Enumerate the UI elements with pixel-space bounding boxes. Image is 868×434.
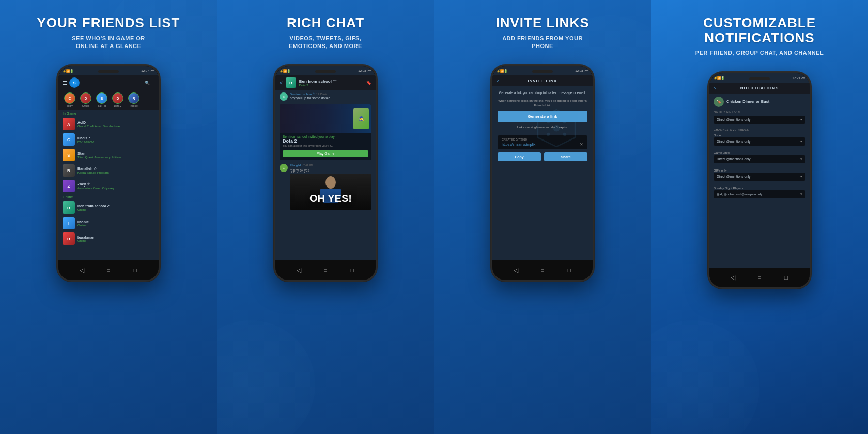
channel-option: Direct @mentions only: [717, 175, 750, 178]
chat-contact-avatar: B: [286, 78, 296, 88]
giphy-msg-content: Ella gildb 7:44 PM /giphy ok yes: [290, 164, 371, 210]
play-game-button[interactable]: Play Game: [283, 150, 368, 157]
avatar-name: colby: [67, 104, 73, 107]
add-friend-icon[interactable]: +: [152, 81, 154, 85]
phone-3-screen: ⚡📶🔋 12:33 PM < INVITE LINK: [492, 66, 593, 280]
avatar-item: B Ball Pit: [95, 92, 109, 107]
friend-name: Iisanle: [78, 220, 154, 224]
message-row: B Ben from school™ 11:45 AM hey you up f…: [280, 92, 371, 101]
invite-description: Generate a link you can drop into a text…: [498, 90, 587, 96]
nav-back[interactable]: ◁: [729, 273, 738, 282]
nav-back[interactable]: ◁: [512, 266, 521, 275]
channel-game-links: Game Links Direct @mentions only ▾: [714, 151, 805, 165]
nav-recent[interactable]: □: [347, 266, 357, 275]
notif-body: 🍗 Chicken Dinner or Bust NOTIFY ME FOR: …: [709, 94, 810, 287]
friend-item[interactable]: Z Zoey ☆ Assassin's Creed Odyssey: [58, 178, 159, 194]
bookmark-icon[interactable]: 🔖: [366, 81, 371, 85]
nav-recent[interactable]: □: [130, 266, 140, 275]
friend-item[interactable]: C Chels™ MORDHAU: [58, 132, 159, 147]
friend-item[interactable]: B barakmar Online: [58, 231, 159, 246]
phone-3: ⚡📶🔋 12:33 PM < INVITE LINK: [491, 65, 594, 282]
invite-link-title: INVITE LINK: [528, 79, 557, 83]
friend-status: Online: [78, 224, 154, 227]
search-icon[interactable]: 🔍: [145, 81, 150, 85]
friend-item[interactable]: B Ben from school ✓ Online: [58, 200, 159, 215]
friend-game: Titan Quest Anniversary Edition: [78, 156, 154, 159]
avatar-circle: B: [96, 92, 107, 104]
friend-info: Zoey ☆ Assassin's Creed Odyssey: [78, 182, 154, 190]
nav-home[interactable]: ○: [538, 266, 547, 275]
gif-caption: OH YES!: [309, 193, 352, 205]
friend-info: Iisanle Online: [78, 220, 154, 227]
notify-dropdown[interactable]: Direct @mentions only ▾: [714, 116, 805, 124]
friends-list: A AcID Grand Theft Auto: San Andreas C C…: [58, 116, 159, 280]
invite-header: < INVITE LINK: [492, 75, 593, 86]
invite-sender-text: Ben from school invited you to play: [283, 135, 368, 138]
panel-rich-chat: RICH CHAT VIDEOS, TWEETS, GIFS,EMOTICONS…: [217, 0, 434, 434]
channel-name: Game Links: [714, 151, 805, 154]
channel-dropdown[interactable]: @all, @online, and @everyone only ▾: [714, 190, 805, 198]
friend-item[interactable]: B Banalleh ☆ Kerbal Space Program: [58, 163, 159, 178]
notify-option-text: Direct @mentions only: [717, 118, 750, 121]
copy-button[interactable]: Copy: [498, 152, 541, 161]
channel-name: Sunday Night Players: [714, 187, 805, 190]
panel-2-title: RICH CHAT: [287, 16, 364, 30]
msg-avatar: B: [280, 92, 288, 101]
giphy-sender-name: Ella gildb 7:44 PM: [290, 164, 371, 167]
phone-3-bottom-bar: ◁ ○ □: [492, 260, 593, 280]
friend-avatar: A: [63, 118, 75, 130]
friend-game: MORDHAU: [78, 140, 154, 143]
link-value: https://s.team/simplik: [502, 143, 535, 146]
nav-home[interactable]: ○: [755, 273, 764, 282]
chevron-down-icon: ▾: [800, 157, 802, 161]
panel-invite-links: INVITE LINKS ADD FRIENDS FROM YOURPHONE …: [434, 0, 651, 434]
status-bar-4: ⚡📶🔋 12:33 PM: [709, 73, 810, 83]
channel-option: Direct @mentions only: [717, 157, 750, 161]
msg-sender: Ben from school™ 11:45 AM: [290, 92, 371, 96]
friend-item[interactable]: S Stan Titan Quest Anniversary Edition: [58, 147, 159, 163]
channel-dropdown[interactable]: Direct @mentions only ▾: [714, 137, 805, 146]
in-game-label: In Game: [58, 110, 159, 116]
game-invite-title: Dota 2: [283, 138, 368, 144]
svg-point-0: [326, 176, 336, 189]
avatar-item: R Rookie: [127, 92, 141, 107]
nav-home[interactable]: ○: [104, 266, 113, 275]
friend-status: Online: [78, 208, 154, 211]
friend-avatar: Z: [63, 180, 75, 192]
channel-dropdown[interactable]: Direct @mentions only ▾: [714, 173, 805, 181]
nav-recent[interactable]: □: [564, 266, 574, 275]
friend-game: Grand Theft Auto: San Andreas: [78, 125, 154, 128]
back-arrow-icon[interactable]: <: [497, 79, 499, 84]
channel-name: GIFs only: [714, 169, 805, 172]
share-button[interactable]: Share: [544, 152, 587, 161]
chat-header: < B Ben from school ™ Dota 2 🔖: [275, 75, 376, 90]
close-link-icon[interactable]: ✕: [580, 142, 583, 147]
channel-name: None: [714, 134, 805, 137]
friend-item[interactable]: A AcID Grand Theft Auto: San Andreas: [58, 116, 159, 132]
giphy-command: /giphy ok yes: [290, 168, 371, 172]
msg-content: Ben from school™ 11:45 AM hey you up for…: [290, 92, 371, 100]
nav-back[interactable]: ◁: [78, 266, 87, 275]
notif-user-avatar: 🍗: [714, 97, 724, 107]
status-icons-left: ⚡📶🔋: [714, 76, 724, 80]
nav-recent[interactable]: □: [781, 273, 791, 282]
back-arrow-icon[interactable]: <: [714, 85, 716, 90]
back-arrow-icon[interactable]: <: [280, 80, 283, 86]
phone-2-bottom-bar: ◁ ○ □: [275, 260, 376, 280]
notify-for-label: NOTIFY ME FOR:: [714, 110, 805, 113]
friend-game: Assassin's Creed Odyssey: [78, 187, 154, 190]
nav-back[interactable]: ◁: [295, 266, 304, 275]
nav-home[interactable]: ○: [321, 266, 330, 275]
channel-dropdown[interactable]: Direct @mentions only ▾: [714, 155, 805, 163]
friend-info: Ben from school ✓ Online: [78, 204, 154, 211]
phone-1: ⚡📶🔋 12:37 PM ☰ S 🔍 +: [57, 65, 160, 282]
game-cover-art: 🧙: [353, 109, 369, 129]
phone-2-screen: ⚡📶🔋 12:33 PM < B Ben from school ™ Dota …: [275, 66, 376, 280]
avatar-circle: D: [112, 92, 123, 104]
channel-option: @all, @online, and @everyone only: [717, 193, 762, 196]
invite-platform-note: You can accept this invite from your PC.: [283, 144, 368, 147]
friend-item[interactable]: I Iisanle Online: [58, 215, 159, 231]
status-bar-2: ⚡📶🔋 12:33 PM: [275, 66, 376, 75]
chat-contact-game: Dota 2: [299, 84, 363, 87]
hamburger-icon[interactable]: ☰: [63, 80, 67, 86]
